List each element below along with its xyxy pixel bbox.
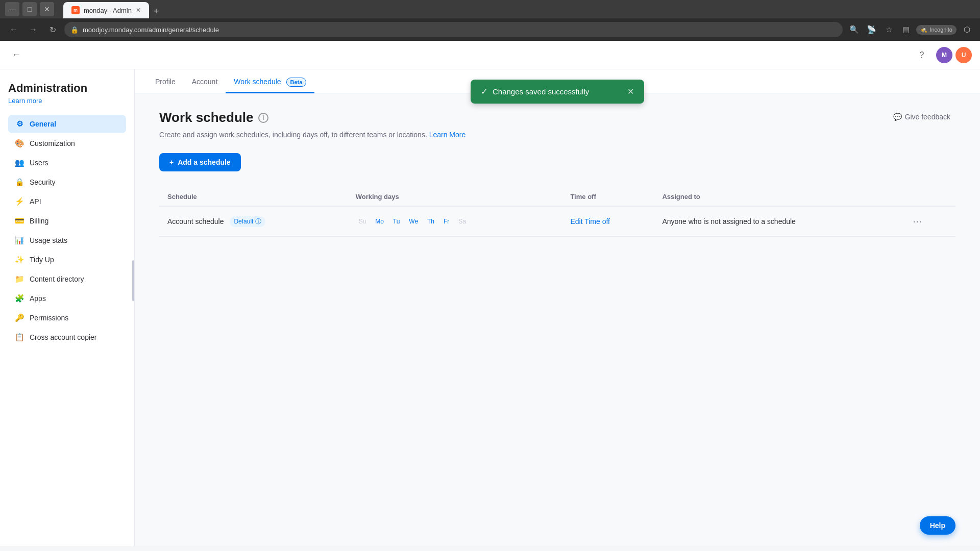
table-header: Schedule Working days Time off Assigned … <box>159 188 955 206</box>
content-area: ✓ Changes saved successfully ✕ Profile A… <box>135 69 980 546</box>
tab-close-icon[interactable]: ✕ <box>136 7 141 14</box>
tab-account-label: Account <box>192 78 218 86</box>
sidebar-item-general[interactable]: ⚙ General <box>8 115 126 133</box>
default-info-icon[interactable]: ⓘ <box>255 217 261 226</box>
help-icon-btn[interactable]: ? <box>914 47 930 63</box>
sidebar-item-apps[interactable]: 🧩 Apps <box>8 289 126 308</box>
back-nav-btn[interactable]: ← <box>6 22 21 37</box>
users-icon: 👥 <box>14 158 24 168</box>
sidebar: Administration Learn more ⚙ General 🎨 Cu… <box>0 69 135 546</box>
toast-close-icon[interactable]: ✕ <box>627 87 634 96</box>
back-button[interactable]: ← <box>8 47 24 63</box>
day-tu: Tu <box>390 216 403 227</box>
add-schedule-button[interactable]: + Add a schedule <box>159 153 241 171</box>
working-days-cell: Su Mo Tu We Th Fr Sa <box>348 206 562 237</box>
toast-message: Changes saved successfully <box>493 87 589 96</box>
table-body: Account schedule Default ⓘ Su Mo Tu <box>159 206 955 237</box>
feedback-icon: 💬 <box>893 113 902 121</box>
sidebar-item-content-directory[interactable]: 📁 Content directory <box>8 270 126 288</box>
sidebar-item-label: Security <box>30 178 56 186</box>
more-actions-button[interactable]: ⋯ <box>909 214 926 229</box>
browser-controls: — □ ✕ <box>5 2 54 16</box>
schedule-name-cell: Account schedule Default ⓘ <box>159 206 348 237</box>
edit-time-off-label: Edit Time off <box>570 217 610 226</box>
sidebar-item-label: Billing <box>30 217 48 225</box>
sidebar-item-label: General <box>30 120 56 128</box>
maximize-btn[interactable]: □ <box>22 2 37 16</box>
give-feedback-label: Give feedback <box>905 113 951 121</box>
sidebar-learn-more[interactable]: Learn more <box>8 97 126 105</box>
browser-chrome: — □ ✕ m monday - Admin ✕ + ← → ↻ 🔒 moodj… <box>0 0 980 41</box>
col-time-off: Time off <box>562 188 654 206</box>
plus-icon: + <box>169 158 174 166</box>
info-icon[interactable]: i <box>258 113 268 123</box>
permissions-icon: 🔑 <box>14 313 24 323</box>
beta-badge: Beta <box>286 78 307 87</box>
day-fr: Fr <box>440 216 452 227</box>
address-bar[interactable]: 🔒 moodjoy.monday.com/admin/general/sched… <box>64 22 843 37</box>
active-tab[interactable]: m monday - Admin ✕ <box>63 2 149 18</box>
schedule-name: Account schedule <box>167 217 224 225</box>
tab-profile[interactable]: Profile <box>147 69 184 93</box>
assigned-to-cell: Anyone who is not assigned to a schedule <box>654 206 900 237</box>
reload-btn[interactable]: ↻ <box>45 22 60 37</box>
forward-nav-btn[interactable]: → <box>26 22 41 37</box>
sidebar-title: Administration <box>8 82 126 95</box>
tab-title: monday - Admin <box>84 7 132 14</box>
sidebar-item-permissions[interactable]: 🔑 Permissions <box>8 309 126 327</box>
learn-more-link[interactable]: Learn More <box>429 131 466 139</box>
tab-account[interactable]: Account <box>184 69 226 93</box>
add-schedule-label: Add a schedule <box>178 158 230 166</box>
app-header: ← ? M U <box>0 41 980 69</box>
give-feedback-button[interactable]: 💬 Give feedback <box>888 110 956 124</box>
close-btn[interactable]: ✕ <box>40 2 54 16</box>
page-title-row: Work schedule i <box>159 110 955 126</box>
sidebar-item-security[interactable]: 🔒 Security <box>8 173 126 191</box>
sidebar-item-usage-stats[interactable]: 📊 Usage stats <box>8 231 126 249</box>
help-button[interactable]: Help <box>920 516 955 535</box>
folder-icon: 📁 <box>14 274 24 284</box>
page-desc-text: Create and assign work schedules, includ… <box>159 131 427 139</box>
day-mo: Mo <box>372 216 387 227</box>
incognito-icon: 🕵 <box>920 27 927 33</box>
table-row: Account schedule Default ⓘ Su Mo Tu <box>159 206 955 237</box>
sidebar-item-label: Users <box>30 159 48 167</box>
gear-icon: ⚙ <box>14 119 24 129</box>
sidebar-item-users[interactable]: 👥 Users <box>8 154 126 172</box>
incognito-badge: 🕵 Incognito <box>916 25 957 35</box>
header-actions: ? M U <box>914 47 972 63</box>
avatar-primary[interactable]: U <box>955 47 972 63</box>
sidebar-item-label: Cross account copier <box>30 333 97 341</box>
col-schedule: Schedule <box>159 188 348 206</box>
day-sa: Sa <box>455 216 469 227</box>
cast-icon-btn[interactable]: 📡 <box>864 22 878 37</box>
col-actions <box>900 188 955 206</box>
toast: ✓ Changes saved successfully ✕ <box>471 80 644 104</box>
bookmark-icon-btn[interactable]: ☆ <box>881 22 896 37</box>
day-su: Su <box>356 216 370 227</box>
tab-work-schedule[interactable]: Work schedule Beta <box>226 69 314 93</box>
extensions-btn[interactable]: ⬡ <box>960 22 974 37</box>
sidebar-item-label: Usage stats <box>30 236 67 244</box>
sidebar-icon-btn[interactable]: ▤ <box>899 22 913 37</box>
minimize-btn[interactable]: — <box>5 2 19 16</box>
toast-check-icon: ✓ <box>481 87 487 96</box>
sidebar-item-label: Tidy Up <box>30 256 54 264</box>
default-badge: Default ⓘ <box>230 216 265 227</box>
col-working-days: Working days <box>348 188 562 206</box>
sidebar-item-cross-account[interactable]: 📋 Cross account copier <box>8 328 126 346</box>
app-container: ← ? M U Administration Learn more ⚙ Gene… <box>0 41 980 546</box>
edit-time-off-button[interactable]: Edit Time off <box>570 217 610 226</box>
avatar-secondary: M <box>936 47 952 63</box>
new-tab-btn[interactable]: + <box>149 4 163 18</box>
browser-actions: 🔍 📡 ☆ ▤ 🕵 Incognito ⬡ <box>847 22 974 37</box>
sidebar-item-customization[interactable]: 🎨 Customization <box>8 134 126 153</box>
sidebar-item-billing[interactable]: 💳 Billing <box>8 212 126 230</box>
day-we: We <box>406 216 421 227</box>
sidebar-item-tidy-up[interactable]: ✨ Tidy Up <box>8 251 126 269</box>
tidy-icon: ✨ <box>14 255 24 265</box>
day-th: Th <box>424 216 437 227</box>
search-icon-btn[interactable]: 🔍 <box>847 22 861 37</box>
sidebar-item-api[interactable]: ⚡ API <box>8 192 126 211</box>
apps-icon: 🧩 <box>14 293 24 304</box>
